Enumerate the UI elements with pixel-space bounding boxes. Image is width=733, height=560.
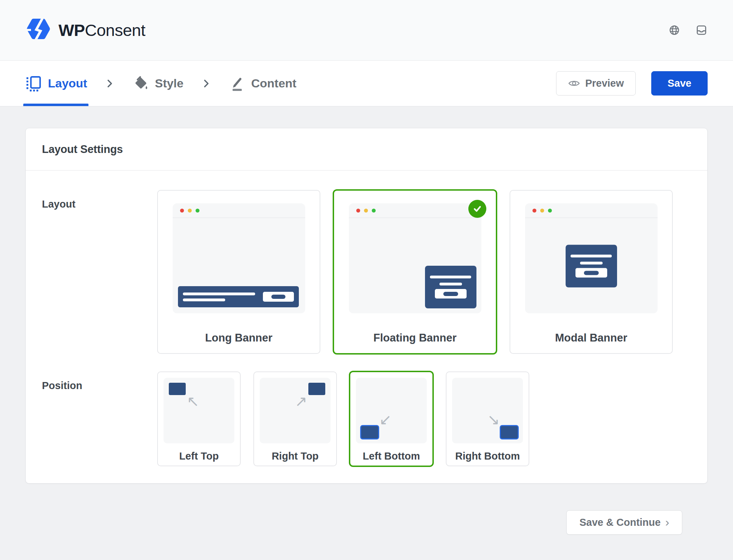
banner-text-lines (183, 293, 255, 301)
inbox-icon[interactable] (696, 25, 707, 36)
brand-name-bold: WP (58, 21, 85, 39)
window-dot-yellow (188, 209, 192, 213)
browser-mockup-titlebar (173, 203, 305, 218)
position-option-left-top[interactable]: ↖ Left Top (157, 371, 241, 466)
main-content: Layout Settings Layout (0, 106, 733, 535)
browser-mockup-body (525, 219, 658, 313)
browser-mockup-body (349, 219, 481, 313)
window-dot-green (548, 209, 552, 213)
banner-button (263, 292, 294, 302)
layout-row-label: Layout (42, 190, 157, 210)
banner-text-line (183, 293, 255, 295)
tab-style-label: Style (155, 76, 183, 90)
tab-content-label: Content (251, 76, 296, 90)
banner-text-line (430, 276, 471, 278)
position-option-right-bottom[interactable]: ↘ Right Bottom (446, 371, 529, 466)
banner-button-label-pill (584, 271, 599, 275)
position-mockup: ↖ (164, 378, 234, 443)
position-row-label: Position (42, 371, 157, 392)
banner-position-box (308, 383, 325, 395)
position-options: ↖ Left Top ↗ Right Top (157, 371, 691, 466)
layout-option-floating-banner[interactable]: Floating Banner (333, 190, 497, 354)
tab-content[interactable]: Content (229, 61, 296, 106)
save-continue-label: Save & Continue (579, 517, 660, 528)
banner-button-label-pill (271, 295, 285, 299)
preview-button-label: Preview (585, 78, 624, 89)
wpconsent-settings-page: WPConsent (0, 0, 733, 535)
layout-icon (25, 75, 42, 92)
save-button-label: Save (667, 78, 691, 89)
position-option-label: Right Top (272, 450, 319, 462)
layout-option-label: Floating Banner (374, 332, 457, 344)
tab-layout[interactable]: Layout (25, 61, 87, 106)
position-option-label: Left Top (179, 450, 218, 462)
app-header: WPConsent (0, 0, 733, 61)
position-setting-row: Position ↖ Left Top ↗ (42, 354, 691, 466)
position-option-left-bottom[interactable]: ↙ Left Bottom (350, 371, 433, 466)
layout-option-long-banner[interactable]: Long Banner (157, 190, 320, 354)
chevron-right-icon: › (665, 516, 669, 529)
position-option-label: Left Bottom (363, 450, 420, 462)
arrow-up-right-icon: ↗ (295, 394, 307, 409)
arrow-up-left-icon: ↖ (187, 394, 199, 409)
banner-text-line (439, 283, 462, 285)
browser-mockup-body (173, 219, 305, 313)
banner-position-box (361, 426, 378, 438)
banner-text-line (183, 299, 225, 301)
page-title: Layout Settings (42, 143, 123, 156)
layout-settings-card: Layout Settings Layout (25, 128, 708, 484)
tabbar-actions: Preview Save (556, 71, 708, 96)
browser-mockup (349, 203, 481, 313)
window-dot-yellow (540, 209, 544, 213)
paint-bucket-icon (133, 75, 148, 92)
layout-option-modal-banner[interactable]: Modal Banner (510, 190, 673, 354)
header-actions (669, 25, 707, 36)
window-dot-yellow (364, 209, 368, 213)
window-dot-green (372, 209, 376, 213)
browser-mockup-titlebar (525, 203, 658, 218)
banner-button (575, 268, 607, 278)
position-option-label: Right Bottom (455, 450, 520, 462)
position-option-right-top[interactable]: ↗ Right Top (253, 371, 337, 466)
banner-text-line (580, 262, 603, 265)
banner-button-label-pill (443, 292, 458, 296)
position-mockup: ↗ (260, 378, 331, 443)
banner-button (435, 289, 467, 299)
window-dot-red (180, 209, 184, 213)
brand-name: WPConsent (58, 20, 145, 40)
arrow-down-right-icon: ↘ (487, 412, 500, 427)
position-mockup: ↘ (452, 378, 523, 443)
tab-style[interactable]: Style (133, 61, 183, 106)
browser-mockup (173, 203, 305, 313)
globe-icon[interactable] (669, 25, 680, 36)
modal-banner-preview (566, 245, 617, 288)
banner-position-box (169, 383, 186, 395)
preview-button[interactable]: Preview (556, 71, 636, 96)
window-dot-red (532, 209, 536, 213)
save-continue-button[interactable]: Save & Continue › (566, 510, 682, 535)
chevron-right-icon (203, 78, 210, 89)
browser-mockup-titlebar (349, 203, 481, 218)
footer-actions: Save & Continue › (25, 484, 708, 535)
card-body: Layout (26, 171, 707, 483)
layout-option-label: Long Banner (205, 332, 272, 344)
brand-logo: WPConsent (26, 18, 145, 43)
brand-name-regular: Consent (85, 21, 146, 39)
layout-options: Long Banner (157, 190, 691, 354)
chevron-right-icon (107, 78, 113, 89)
position-mockup: ↙ (356, 378, 427, 443)
eye-icon (568, 79, 580, 88)
selected-check-icon (468, 200, 486, 218)
window-dot-red (356, 209, 360, 213)
floating-banner-preview (425, 266, 476, 308)
layout-setting-row: Layout (42, 171, 691, 354)
settings-tabbar: Layout Style (0, 61, 733, 106)
browser-mockup (525, 203, 658, 313)
layout-option-label: Modal Banner (555, 332, 627, 344)
tabs: Layout Style (25, 61, 296, 106)
save-button[interactable]: Save (651, 71, 708, 96)
arrow-down-left-icon: ↙ (379, 412, 392, 427)
card-header: Layout Settings (26, 128, 707, 171)
tab-layout-label: Layout (48, 76, 87, 90)
long-banner-preview (178, 286, 299, 307)
